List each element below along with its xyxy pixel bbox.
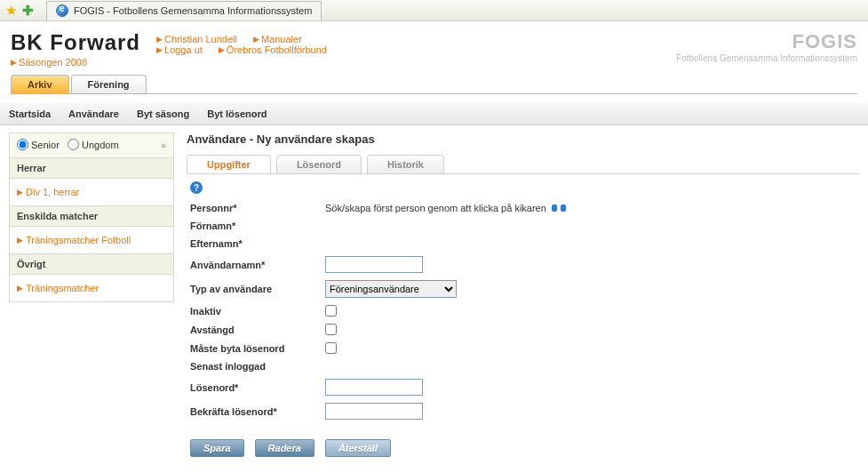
page-title: Användare - Ny användare skapas <box>187 132 859 146</box>
delete-button[interactable]: Radera <box>255 439 315 457</box>
save-button[interactable]: Spara <box>190 439 244 457</box>
header-link-user[interactable]: ▶Christian Lundell <box>156 34 237 44</box>
sidebar-heading-ovrigt: Övrigt <box>9 254 174 275</box>
help-icon[interactable]: ? <box>190 181 203 194</box>
add-favorite-icon[interactable]: ✚ <box>22 3 34 19</box>
inactive-checkbox[interactable] <box>325 305 337 317</box>
must-change-password-checkbox[interactable] <box>325 342 337 354</box>
radio-ungdom[interactable]: Ungdom <box>68 139 119 150</box>
browser-bar: ★ ✚ FOGIS - Fotbollens Gemensamma Inform… <box>0 0 868 21</box>
sidebar-link-div1[interactable]: ▶Div 1, herrar <box>17 184 166 200</box>
subtab-losenord[interactable]: Lösenord <box>276 155 362 173</box>
header-link-district[interactable]: ▶Örebros Fotbollförbund <box>219 44 327 55</box>
header-link-manuals[interactable]: ▶Manualer <box>253 34 302 44</box>
season-link[interactable]: ▶Säsongen 2008 <box>11 57 87 68</box>
subtab-uppgifter[interactable]: Uppgifter <box>187 155 271 173</box>
sidebar: Senior Ungdom « Herrar ▶Div 1, herrar En… <box>9 132 174 457</box>
maintab-forening[interactable]: Förening <box>71 75 147 93</box>
sub-nav: Startsida Användare Byt säsong Byt lösen… <box>0 103 868 125</box>
personnr-hint: Sök/skapa först person genom att klicka … <box>325 203 546 213</box>
label-inaktiv: Inaktiv <box>190 306 325 317</box>
tab-title: FOGIS - Fotbollens Gemensamma Informatio… <box>74 5 312 16</box>
user-type-select[interactable]: Föreningsanvändare <box>325 280 457 298</box>
sidebar-link-traningsmatcher[interactable]: ▶Träningsmatcher <box>17 280 166 296</box>
header-link-logout[interactable]: ▶Logga ut <box>156 44 203 55</box>
collapse-sidebar-icon[interactable]: « <box>161 140 166 150</box>
ie-icon <box>56 4 68 17</box>
label-senast: Senast inloggad <box>190 361 325 372</box>
subtabs: Uppgifter Lösenord Historik <box>187 155 859 174</box>
subnav-startsida[interactable]: Startsida <box>9 108 51 119</box>
confirm-password-input[interactable] <box>325 403 423 420</box>
username-input[interactable] <box>325 256 423 273</box>
browser-tab[interactable]: FOGIS - Fotbollens Gemensamma Informatio… <box>46 1 322 20</box>
maintab-arkiv[interactable]: Arkiv <box>11 75 69 93</box>
page-header: BK Forward ▶Säsongen 2008 ▶Christian Lun… <box>11 30 857 68</box>
subnav-byt-losenord[interactable]: Byt lösenord <box>207 108 267 119</box>
sidebar-heading-enskilda: Enskilda matcher <box>9 206 174 227</box>
org-name: BK Forward <box>11 30 140 55</box>
binoculars-search-icon[interactable] <box>552 203 566 213</box>
label-avstangd: Avstängd <box>190 325 325 335</box>
subtab-historik[interactable]: Historik <box>367 155 444 173</box>
radio-senior[interactable]: Senior <box>17 139 60 150</box>
favorites-star-icon[interactable]: ★ <box>5 3 17 19</box>
label-fornamn: Förnamn* <box>190 220 325 231</box>
reset-button[interactable]: Återställ <box>325 439 391 457</box>
main-tabs: Arkiv Förening <box>11 75 857 94</box>
label-losenord: Lösenord* <box>190 382 325 393</box>
sidebar-heading-herrar: Herrar <box>9 158 174 179</box>
label-typ: Typ av användare <box>190 284 325 294</box>
label-personnr: Personnr* <box>190 203 325 213</box>
brand-subtitle: Fotbollens Gemensamma Informationssystem <box>676 53 857 63</box>
subnav-anvandare[interactable]: Användare <box>68 108 119 119</box>
subnav-byt-sasong[interactable]: Byt säsong <box>137 108 189 119</box>
label-maste-byta: Måste byta lösenord <box>190 343 325 354</box>
label-efternamn: Efternamn* <box>190 238 325 249</box>
brand-logo: FOGIS <box>676 30 857 53</box>
password-input[interactable] <box>325 379 423 396</box>
label-anvandarnamn: Användarnamn* <box>190 260 325 270</box>
suspended-checkbox[interactable] <box>325 324 337 335</box>
main-content: Användare - Ny användare skapas Uppgifte… <box>187 132 859 457</box>
sidebar-link-traningsmatcher-fotboll[interactable]: ▶Träningsmatcher Fotboll <box>17 232 166 248</box>
label-bekrafta: Bekräfta lösenord* <box>190 406 325 417</box>
